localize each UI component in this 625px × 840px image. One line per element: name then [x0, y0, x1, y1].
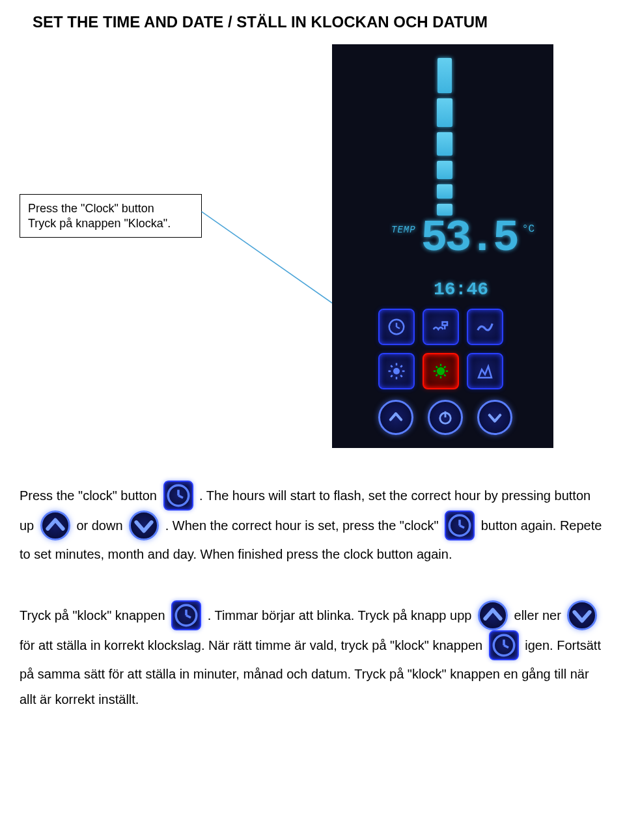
up-icon [40, 511, 70, 540]
heat-gauge [437, 58, 452, 216]
svg-line-29 [178, 496, 183, 498]
power-button[interactable] [428, 400, 463, 435]
text: för att ställa in korrekt klockslag. När… [20, 638, 486, 652]
clock-icon [171, 600, 201, 630]
svg-line-12 [391, 365, 393, 367]
panel-control-row [378, 400, 512, 435]
device-panel: TEMP 53.5 °C 16:46 [332, 44, 553, 448]
panel-button-grid [378, 309, 506, 392]
instructions-sv: Tryck på "klock" knappen . Timmar börjar… [20, 600, 605, 712]
heat-button[interactable] [467, 353, 503, 389]
top-section: Press the "Clock" button Tryck på knappe… [20, 44, 605, 461]
svg-line-21 [436, 367, 438, 369]
svg-rect-5 [443, 322, 448, 326]
clock-button[interactable] [378, 309, 415, 345]
down-button[interactable] [477, 400, 512, 435]
temp-unit: °C [522, 223, 535, 235]
instructions-en: Press the "clock" button . The hours wil… [20, 481, 605, 567]
clock-icon [163, 481, 193, 511]
clock-icon [445, 511, 475, 540]
up-button[interactable] [378, 400, 413, 435]
water-button[interactable] [423, 309, 459, 345]
text: Tryck på "klock" knappen [20, 608, 169, 623]
settings-button[interactable] [423, 353, 459, 389]
svg-point-16 [438, 368, 444, 374]
svg-line-13 [400, 375, 402, 377]
up-icon [478, 600, 508, 630]
text: . When the correct hour is set, press th… [165, 518, 442, 533]
svg-line-23 [444, 367, 446, 369]
svg-line-4 [396, 327, 400, 329]
svg-line-38 [504, 645, 508, 648]
svg-line-15 [391, 375, 393, 377]
down-icon [567, 600, 597, 630]
svg-line-22 [444, 374, 446, 376]
wave-button[interactable] [467, 309, 503, 345]
svg-line-0 [201, 212, 337, 307]
temp-readout: TEMP 53.5 °C [391, 221, 535, 256]
text: or down [76, 518, 126, 533]
page-title: SET THE TIME AND DATE / STÄLL IN KLOCKAN… [20, 13, 605, 31]
callout-box: Press the "Clock" button Tryck på knappe… [20, 194, 202, 238]
svg-point-7 [393, 368, 400, 374]
svg-line-35 [186, 615, 191, 618]
text: . Timmar börjar att blinka. Tryck på kna… [208, 608, 475, 623]
text: Press the "clock" button [20, 488, 161, 503]
down-icon [129, 511, 159, 540]
callout-pointer [201, 210, 340, 309]
callout-line2: Tryck på knappen "Klocka". [28, 216, 193, 231]
svg-line-24 [436, 374, 438, 376]
callout-line1: Press the "Clock" button [28, 201, 193, 216]
svg-line-14 [400, 365, 402, 367]
light-button[interactable] [378, 353, 415, 389]
clock-icon [489, 630, 519, 660]
temp-label: TEMP [391, 225, 416, 235]
text: eller ner [514, 608, 565, 623]
time-readout: 16:46 [434, 279, 488, 300]
svg-line-32 [460, 525, 464, 528]
temp-value: 53.5 [421, 221, 517, 256]
